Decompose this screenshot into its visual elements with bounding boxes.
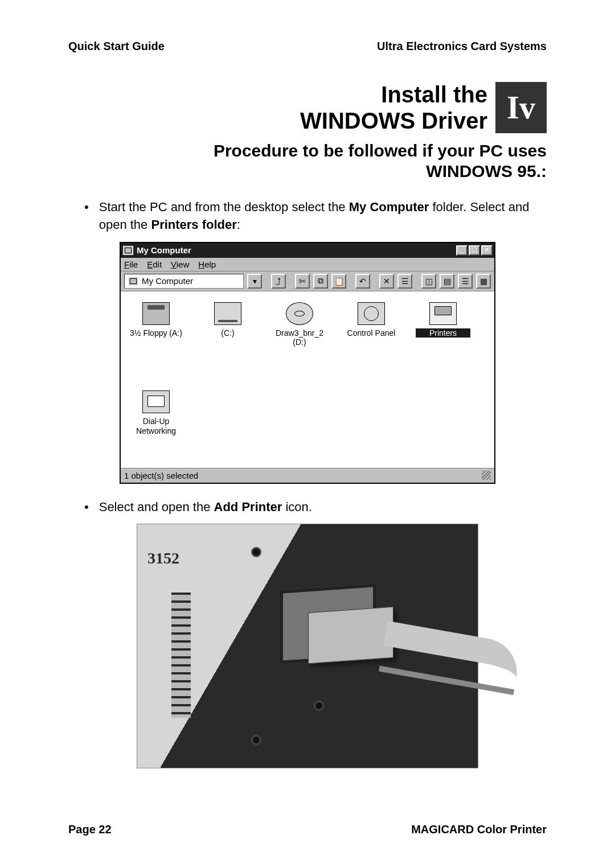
title-line1: Install the	[300, 81, 487, 108]
menu-help[interactable]: Help	[198, 260, 216, 269]
b1-bold1: My Computer	[349, 200, 429, 214]
icon-label: Draw3_bnr_2 (D:)	[272, 328, 327, 348]
icon-label: Control Panel	[344, 328, 399, 338]
computer-icon	[128, 277, 138, 286]
undo-button[interactable]: ↶	[355, 274, 370, 289]
delete-button[interactable]: ✕	[379, 274, 394, 289]
cut-button[interactable]: ✄	[295, 274, 310, 289]
details-view-button[interactable]: ▦	[476, 274, 491, 289]
list-view-button[interactable]: ☰	[458, 274, 473, 289]
icon-floppy-a[interactable]: 3½ Floppy (A:)	[129, 302, 183, 338]
screw-icon	[251, 735, 261, 745]
bullet-1-text: Start the PC and from the desktop select…	[99, 199, 547, 234]
computer-back-panel-image: 3152	[137, 524, 478, 768]
folder-view[interactable]: 3½ Floppy (A:) (C:) Draw3_bnr_2 (D:) Con…	[121, 291, 494, 468]
icon-label: Dial-Up Networking	[129, 417, 183, 436]
small-icons-button[interactable]: ▤	[440, 274, 454, 289]
icon-drive-c[interactable]: (C:)	[200, 302, 255, 338]
b2-bold: Add Printer	[214, 500, 282, 514]
menu-view[interactable]: View	[171, 260, 189, 269]
titlebar[interactable]: My Computer _ □ ×	[121, 243, 494, 258]
bullet-2-text: Select and open the Add Printer icon.	[99, 499, 312, 516]
printers-folder-icon	[429, 302, 457, 325]
copy-button[interactable]: ⧉	[313, 274, 328, 289]
b1-post: :	[237, 217, 240, 232]
b2-post: icon.	[282, 500, 312, 514]
cd-drive-icon	[286, 302, 313, 325]
parallel-plug	[308, 607, 393, 664]
system-menu-icon[interactable]	[123, 246, 133, 255]
statusbar: 1 object(s) selected	[121, 468, 494, 483]
up-one-level-button[interactable]: ⮥	[271, 274, 286, 289]
bullet-2: • Select and open the Add Printer icon.	[84, 499, 547, 516]
icon-control-panel[interactable]: Control Panel	[344, 302, 399, 338]
b1-bold2: Printers folder	[151, 217, 236, 232]
bullet-1: • Start the PC and from the desktop sele…	[84, 199, 547, 234]
case-vent	[171, 593, 191, 718]
icon-drive-d[interactable]: Draw3_bnr_2 (D:)	[272, 302, 327, 348]
header-right: Ultra Electronics Card Systems	[377, 40, 547, 53]
address-text: My Computer	[142, 276, 193, 286]
step-badge: Iv	[495, 82, 547, 133]
hard-drive-icon	[214, 302, 241, 325]
menu-edit[interactable]: Edit	[147, 260, 162, 269]
icon-label: Printers	[416, 328, 470, 338]
section-title: Install the WINDOWS Driver Iv	[68, 81, 547, 134]
close-button[interactable]: ×	[481, 245, 493, 256]
title-line2: WINDOWS Driver	[300, 108, 487, 134]
b2-pre: Select and open the	[99, 500, 214, 514]
paste-button[interactable]: 📋	[331, 274, 346, 289]
menubar: File Edit View Help	[121, 258, 494, 271]
large-icons-button[interactable]: ◫	[421, 274, 436, 289]
subtitle-line1: Procedure to be followed if your PC uses	[68, 141, 547, 161]
page-header: Quick Start Guide Ultra Electronics Card…	[68, 40, 547, 53]
address-combo[interactable]: My Computer	[124, 274, 244, 289]
bullet-dot-icon: •	[84, 499, 89, 516]
screw-icon	[314, 701, 324, 711]
page-footer: Page 22 MAGICARD Color Printer	[68, 823, 547, 836]
screw-icon	[251, 547, 261, 557]
toolbar: My Computer ▾ ⮥ ✄ ⧉ 📋 ↶ ✕ ☰ ◫ ▤ ☰ ▦	[121, 271, 494, 291]
maximize-button[interactable]: □	[469, 245, 480, 256]
dial-up-networking-icon	[142, 390, 170, 413]
win95-window: My Computer _ □ × File Edit View Help My…	[120, 242, 495, 484]
subtitle-line2: WINDOWS 95.:	[68, 161, 547, 182]
icon-dial-up-networking[interactable]: Dial-Up Networking	[129, 390, 183, 436]
screenshot-my-computer: My Computer _ □ × File Edit View Help My…	[68, 242, 547, 484]
header-left: Quick Start Guide	[68, 40, 165, 53]
window-title: My Computer	[137, 245, 191, 255]
properties-button[interactable]: ☰	[397, 274, 412, 289]
bullet-dot-icon: •	[84, 199, 89, 216]
b1-pre: Start the PC and from the desktop select…	[99, 200, 349, 214]
footer-page: Page 22	[68, 823, 112, 836]
photo-computer-back: 3152	[68, 524, 547, 768]
status-text: 1 object(s) selected	[124, 471, 198, 480]
floppy-drive-icon	[142, 302, 170, 325]
control-panel-icon	[358, 302, 385, 325]
icon-printers[interactable]: Printers	[416, 302, 470, 338]
section-subtitle: Procedure to be followed if your PC uses…	[68, 141, 547, 182]
menu-file[interactable]: File	[124, 260, 138, 269]
resize-grip-icon[interactable]	[482, 471, 491, 480]
case-model-label: 3152	[147, 549, 179, 567]
title-text: Install the WINDOWS Driver	[300, 81, 487, 134]
icon-label: 3½ Floppy (A:)	[129, 328, 183, 338]
minimize-button[interactable]: _	[456, 245, 468, 256]
footer-product: MAGICARD Color Printer	[411, 823, 547, 836]
icon-label: (C:)	[200, 328, 255, 338]
dropdown-button[interactable]: ▾	[247, 274, 262, 289]
printer-cable	[379, 621, 522, 695]
